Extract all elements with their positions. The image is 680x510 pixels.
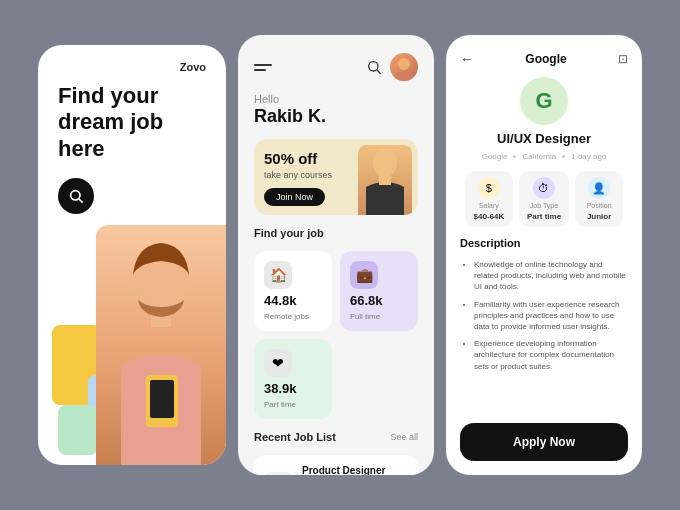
stat-remote-label: Remote jobs	[264, 312, 322, 321]
screen3-app: ← Google ⊡ G UI/UX Designer Google Calif…	[446, 35, 642, 475]
decorative-blocks	[38, 205, 226, 465]
meta-time: 1 day ago	[571, 152, 606, 161]
jobtype-label: Job Type	[530, 202, 558, 209]
position-value: Junior	[587, 212, 611, 221]
promo-card: 50% off take any courses Join Now	[254, 139, 418, 215]
company-logo: G	[520, 77, 568, 125]
jobtype-icon: ⏱	[533, 177, 555, 199]
job-title: Product Designer	[302, 465, 407, 475]
meta-company: Google	[482, 152, 508, 161]
description-list: Knowledge of online technology and relat…	[460, 259, 628, 372]
meta-dot2	[562, 155, 565, 158]
greeting-text: Hello	[254, 93, 418, 105]
salary-value: $40-64K	[474, 212, 505, 221]
job-badges: $ Salary $40-64K ⏱ Job Type Part time 👤 …	[460, 171, 628, 227]
apply-now-button[interactable]: Apply Now	[460, 423, 628, 461]
svg-rect-5	[150, 380, 174, 418]
meta-dot1	[513, 155, 516, 158]
remote-icon: 🏠	[264, 261, 292, 289]
company-logo-section: G UI/UX Designer Google California 1 day…	[460, 77, 628, 161]
salary-icon: $	[478, 177, 500, 199]
search-icon[interactable]	[366, 59, 382, 75]
stat-parttime: ❤ 38.9k Part time	[254, 339, 332, 419]
recent-title: Recent Job List	[254, 431, 336, 443]
desc-item-3: Experience developing information archit…	[474, 338, 628, 372]
stat-fulltime-number: 66.8k	[350, 293, 408, 308]
find-job-label: Find your job	[254, 227, 418, 239]
promo-join-button[interactable]: Join Now	[264, 188, 325, 206]
stat-remote-number: 44.8k	[264, 293, 322, 308]
badge-salary: $ Salary $40-64K	[465, 171, 513, 227]
person-image	[96, 225, 226, 465]
header-icons	[366, 53, 418, 81]
screen1-headline: Find your dream job here	[58, 83, 206, 162]
screen1-search-button[interactable]	[58, 178, 94, 214]
see-all-button[interactable]: See all	[390, 432, 418, 442]
svg-point-6	[369, 62, 378, 71]
badge-position: 👤 Position Junior	[575, 171, 623, 227]
brand-name: Zovo	[180, 61, 206, 73]
screen3-header: ← Google ⊡	[460, 51, 628, 67]
recent-header: Recent Job List See all	[254, 431, 418, 443]
salary-label: Salary	[479, 202, 499, 209]
screen2-header	[254, 53, 418, 81]
position-label: Position	[587, 202, 612, 209]
desc-item-1: Knowledge of online technology and relat…	[474, 259, 628, 293]
screen1-app: Zovo Find your dream job here	[38, 45, 226, 465]
green-block	[58, 405, 98, 455]
jobtype-value: Part time	[527, 212, 561, 221]
description-title: Description	[460, 237, 628, 249]
fulltime-icon: 💼	[350, 261, 378, 289]
promo-person-image	[358, 145, 412, 215]
badge-jobtype: ⏱ Job Type Part time	[519, 171, 569, 227]
meta-location: California	[522, 152, 556, 161]
position-icon: 👤	[588, 177, 610, 199]
job-list-item: 🍎 Product Designer $10K - 12K/month Seni…	[254, 455, 418, 475]
svg-rect-10	[379, 173, 391, 185]
svg-point-0	[71, 191, 80, 200]
company-meta: Google California 1 day ago	[482, 152, 607, 161]
job-stats-grid: 🏠 44.8k Remote jobs 💼 66.8k Full time ❤ …	[254, 251, 418, 419]
user-avatar[interactable]	[390, 53, 418, 81]
job-company-icon: 🍎	[264, 472, 294, 476]
hamburger-menu[interactable]	[254, 64, 272, 71]
screen3-company-name: Google	[525, 52, 566, 66]
company-job-title: UI/UX Designer	[497, 131, 591, 146]
job-info: Product Designer $10K - 12K/month Senior…	[302, 465, 407, 475]
parttime-icon: ❤	[264, 349, 292, 377]
stat-fulltime-label: Full time	[350, 312, 408, 321]
desc-item-2: Familiarity with user experience researc…	[474, 299, 628, 333]
screen2-app: Hello Rakib K. 50% off take any courses …	[238, 35, 434, 475]
stat-parttime-label: Part time	[264, 400, 322, 409]
svg-line-1	[79, 199, 83, 203]
stat-remote: 🏠 44.8k Remote jobs	[254, 251, 332, 331]
stat-parttime-number: 38.9k	[264, 381, 322, 396]
user-name: Rakib K.	[254, 106, 418, 127]
screen3-bookmark-button[interactable]: ⊡	[618, 52, 628, 66]
greeting-section: Hello Rakib K.	[254, 93, 418, 127]
svg-point-9	[373, 149, 397, 177]
svg-line-7	[377, 70, 381, 74]
back-button[interactable]: ←	[460, 51, 474, 67]
stat-fulltime: 💼 66.8k Full time	[340, 251, 418, 331]
svg-point-8	[398, 58, 410, 70]
